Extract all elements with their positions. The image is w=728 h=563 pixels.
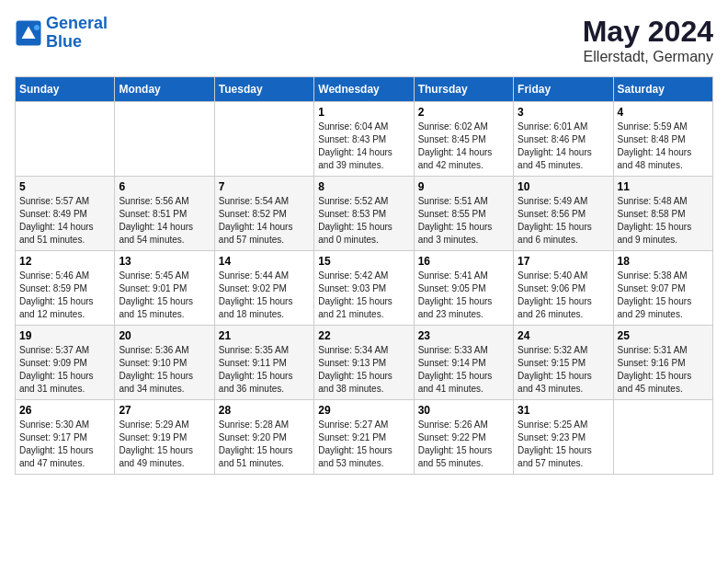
calendar-cell: 29Sunrise: 5:27 AM Sunset: 9:21 PM Dayli… [314,400,414,475]
calendar-cell: 17Sunrise: 5:40 AM Sunset: 9:06 PM Dayli… [514,251,613,326]
day-detail: Sunrise: 5:25 AM Sunset: 9:23 PM Dayligh… [518,419,609,470]
calendar-cell: 12Sunrise: 5:46 AM Sunset: 8:59 PM Dayli… [16,251,115,326]
calendar-cell: 21Sunrise: 5:35 AM Sunset: 9:11 PM Dayli… [214,326,313,400]
day-detail: Sunrise: 5:52 AM Sunset: 8:53 PM Dayligh… [318,195,409,247]
calendar-cell: 16Sunrise: 5:41 AM Sunset: 9:05 PM Dayli… [414,251,513,326]
logo-line1: General [46,14,108,32]
calendar-cell: 9Sunrise: 5:51 AM Sunset: 8:55 PM Daylig… [414,177,513,251]
calendar-cell: 26Sunrise: 5:30 AM Sunset: 9:17 PM Dayli… [16,400,115,475]
calendar-cell: 10Sunrise: 5:49 AM Sunset: 8:56 PM Dayli… [514,177,613,251]
day-detail: Sunrise: 5:57 AM Sunset: 8:49 PM Dayligh… [19,195,110,247]
calendar-table: SundayMondayTuesdayWednesdayThursdayFrid… [15,76,713,475]
day-number: 13 [119,255,210,268]
day-number: 23 [418,329,509,342]
day-number: 31 [518,404,609,417]
calendar-cell: 14Sunrise: 5:44 AM Sunset: 9:02 PM Dayli… [214,251,313,326]
calendar-cell [214,102,313,177]
svg-rect-2 [34,25,40,30]
day-number: 3 [518,106,609,119]
day-number: 4 [618,106,709,119]
day-detail: Sunrise: 5:56 AM Sunset: 8:51 PM Dayligh… [119,195,210,247]
day-detail: Sunrise: 5:44 AM Sunset: 9:02 PM Dayligh… [219,270,310,321]
title-block: May 2024 Ellerstadt, Germany [583,15,713,65]
weekday-header-wednesday: Wednesday [314,77,414,102]
day-number: 8 [318,180,409,193]
day-detail: Sunrise: 5:30 AM Sunset: 9:17 PM Dayligh… [19,419,110,470]
calendar-cell: 5Sunrise: 5:57 AM Sunset: 8:49 PM Daylig… [16,177,115,251]
day-number: 5 [19,180,110,193]
calendar-week-4: 19Sunrise: 5:37 AM Sunset: 9:09 PM Dayli… [16,326,713,400]
logo-icon [15,19,42,47]
day-number: 30 [418,404,509,417]
day-number: 7 [219,180,310,193]
calendar-body: 1Sunrise: 6:04 AM Sunset: 8:43 PM Daylig… [16,102,713,475]
calendar-week-1: 1Sunrise: 6:04 AM Sunset: 8:43 PM Daylig… [16,102,713,177]
calendar-cell: 4Sunrise: 5:59 AM Sunset: 8:48 PM Daylig… [613,102,712,177]
day-detail: Sunrise: 5:41 AM Sunset: 9:05 PM Dayligh… [418,270,509,321]
day-number: 10 [518,180,609,193]
calendar-week-3: 12Sunrise: 5:46 AM Sunset: 8:59 PM Dayli… [16,251,713,326]
day-number: 25 [618,329,709,342]
day-detail: Sunrise: 5:37 AM Sunset: 9:09 PM Dayligh… [19,344,110,396]
weekday-header-row: SundayMondayTuesdayWednesdayThursdayFrid… [16,77,713,102]
day-detail: Sunrise: 5:27 AM Sunset: 9:21 PM Dayligh… [318,419,409,470]
weekday-header-saturday: Saturday [613,77,712,102]
day-detail: Sunrise: 5:29 AM Sunset: 9:19 PM Dayligh… [119,419,210,470]
calendar-cell: 6Sunrise: 5:56 AM Sunset: 8:51 PM Daylig… [115,177,214,251]
calendar-cell: 30Sunrise: 5:26 AM Sunset: 9:22 PM Dayli… [414,400,513,475]
calendar-cell [115,102,214,177]
calendar-cell: 15Sunrise: 5:42 AM Sunset: 9:03 PM Dayli… [314,251,414,326]
day-number: 12 [19,255,110,268]
day-detail: Sunrise: 5:59 AM Sunset: 8:48 PM Dayligh… [618,121,709,172]
day-number: 16 [418,255,509,268]
day-number: 21 [219,329,310,342]
day-detail: Sunrise: 5:34 AM Sunset: 9:13 PM Dayligh… [318,344,409,396]
day-detail: Sunrise: 5:49 AM Sunset: 8:56 PM Dayligh… [518,195,609,247]
day-detail: Sunrise: 5:38 AM Sunset: 9:07 PM Dayligh… [618,270,709,321]
calendar-cell [16,102,115,177]
calendar-cell: 31Sunrise: 5:25 AM Sunset: 9:23 PM Dayli… [514,400,613,475]
day-number: 6 [119,180,210,193]
day-number: 26 [19,404,110,417]
day-number: 1 [318,106,409,119]
day-detail: Sunrise: 5:45 AM Sunset: 9:01 PM Dayligh… [119,270,210,321]
logo: General Blue [15,15,108,52]
day-number: 28 [219,404,310,417]
day-detail: Sunrise: 5:48 AM Sunset: 8:58 PM Dayligh… [618,195,709,247]
location-subtitle: Ellerstadt, Germany [583,49,713,65]
calendar-week-2: 5Sunrise: 5:57 AM Sunset: 8:49 PM Daylig… [16,177,713,251]
logo-line2: Blue [46,32,82,51]
day-detail: Sunrise: 5:33 AM Sunset: 9:14 PM Dayligh… [418,344,509,396]
calendar-cell: 23Sunrise: 5:33 AM Sunset: 9:14 PM Dayli… [414,326,513,400]
day-detail: Sunrise: 6:04 AM Sunset: 8:43 PM Dayligh… [318,121,409,172]
day-detail: Sunrise: 5:31 AM Sunset: 9:16 PM Dayligh… [618,344,709,396]
calendar-header: SundayMondayTuesdayWednesdayThursdayFrid… [16,77,713,102]
day-detail: Sunrise: 5:28 AM Sunset: 9:20 PM Dayligh… [219,419,310,470]
day-number: 14 [219,255,310,268]
day-number: 22 [318,329,409,342]
day-detail: Sunrise: 5:54 AM Sunset: 8:52 PM Dayligh… [219,195,310,247]
day-number: 29 [318,404,409,417]
day-number: 17 [518,255,609,268]
calendar-cell: 2Sunrise: 6:02 AM Sunset: 8:45 PM Daylig… [414,102,513,177]
page-header: General Blue May 2024 Ellerstadt, German… [15,15,713,65]
calendar-cell: 7Sunrise: 5:54 AM Sunset: 8:52 PM Daylig… [214,177,313,251]
day-detail: Sunrise: 5:35 AM Sunset: 9:11 PM Dayligh… [219,344,310,396]
day-number: 24 [518,329,609,342]
calendar-cell: 8Sunrise: 5:52 AM Sunset: 8:53 PM Daylig… [314,177,414,251]
day-detail: Sunrise: 5:46 AM Sunset: 8:59 PM Dayligh… [19,270,110,321]
day-number: 20 [119,329,210,342]
day-detail: Sunrise: 5:36 AM Sunset: 9:10 PM Dayligh… [119,344,210,396]
day-number: 9 [418,180,509,193]
day-number: 2 [418,106,509,119]
day-detail: Sunrise: 5:32 AM Sunset: 9:15 PM Dayligh… [518,344,609,396]
calendar-cell: 27Sunrise: 5:29 AM Sunset: 9:19 PM Dayli… [115,400,214,475]
calendar-cell: 24Sunrise: 5:32 AM Sunset: 9:15 PM Dayli… [514,326,613,400]
weekday-header-tuesday: Tuesday [214,77,313,102]
month-title: May 2024 [583,15,713,49]
calendar-cell: 28Sunrise: 5:28 AM Sunset: 9:20 PM Dayli… [214,400,313,475]
day-number: 27 [119,404,210,417]
calendar-cell: 20Sunrise: 5:36 AM Sunset: 9:10 PM Dayli… [115,326,214,400]
day-detail: Sunrise: 5:42 AM Sunset: 9:03 PM Dayligh… [318,270,409,321]
weekday-header-friday: Friday [514,77,613,102]
